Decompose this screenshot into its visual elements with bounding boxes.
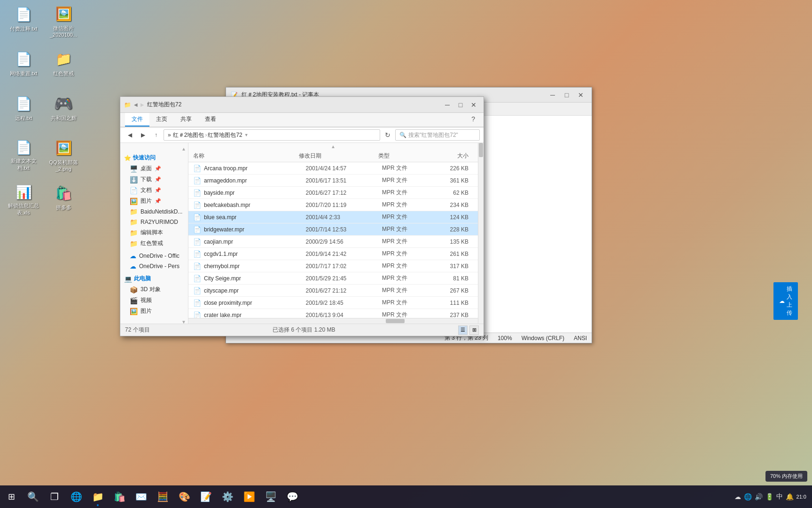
sidebar-quick-access-header[interactable]: ⭐ 快速访问	[120, 152, 188, 163]
file-row[interactable]: 📄 caojian.mpr 2000/2/9 14:56 MPR 文件 135 …	[188, 236, 478, 248]
file-size-9: 81 KB	[433, 275, 473, 282]
explorer-maximize-button[interactable]: □	[454, 100, 467, 110]
taskbar-store[interactable]: 🛍️	[109, 486, 130, 507]
taskbar-time[interactable]: 21:0	[796, 494, 806, 500]
notepad-minimize-button[interactable]: ─	[547, 90, 559, 100]
sidebar-scroll-up[interactable]: ▲	[120, 145, 188, 152]
nav-up-button[interactable]: ↑	[150, 129, 162, 141]
refresh-button[interactable]: ↻	[382, 129, 393, 141]
breadcrumb-folder2[interactable]: 红警地图包72	[208, 131, 242, 139]
sidebar-item-videos[interactable]: 🎬 视频	[120, 295, 188, 306]
file-row[interactable]: 📄 City Seige.mpr 2001/5/29 21:45 MPR 文件 …	[188, 272, 478, 285]
vertical-scrollbar[interactable]	[478, 143, 484, 324]
sidebar-item-desktop[interactable]: 🖥️ 桌面 📌	[120, 163, 188, 174]
sidebar-item-baidu[interactable]: 📁 BaiduNetdiskD...	[120, 206, 188, 217]
taskbar-paint[interactable]: 🎨	[174, 486, 195, 507]
file-row[interactable]: 📄 chernybol.mpr 2001/7/17 17:02 MPR 文件 3…	[188, 260, 478, 272]
taskbar-notify-icon[interactable]: 🔔	[786, 493, 794, 500]
explorer-title-controls: ─ □ ✕	[441, 100, 480, 110]
tab-home[interactable]: 主页	[149, 113, 174, 127]
tab-share[interactable]: 共享	[174, 113, 198, 127]
explorer-close-button[interactable]: ✕	[468, 100, 480, 110]
col-type-header[interactable]: 类型	[378, 152, 431, 160]
taskbar-explorer[interactable]: 📁	[87, 486, 108, 507]
search-box[interactable]: 🔍 搜索"红警地图包72"	[395, 129, 480, 141]
taskbar-settings[interactable]: ⚙️	[217, 486, 238, 507]
taskbar-mail[interactable]: ✉️	[131, 486, 151, 507]
start-button[interactable]: ⊞	[0, 485, 23, 508]
file-icon-11: 📄	[193, 299, 201, 307]
desktop-icon-republic[interactable]: 🎮 共和国之辉	[45, 94, 82, 127]
taskbar-network-icon[interactable]: 🌐	[744, 493, 752, 500]
taskbar-edge[interactable]: 🌐	[66, 486, 86, 507]
sidebar-item-onedrive-pers[interactable]: ☁ OneDrive - Pers	[120, 261, 188, 271]
nav-forward-button[interactable]: ▶	[137, 129, 148, 141]
file-row[interactable]: 📄 blue sea.mpr 2001/4/4 2:33 MPR 文件 124 …	[188, 211, 478, 223]
sidebar-item-pics[interactable]: 🖼️ 图片	[120, 306, 188, 317]
desktop-icon-game2[interactable]: 🛍️ 拼多多	[45, 183, 82, 216]
sidebar-item-docs[interactable]: 📄 文档 📌	[120, 185, 188, 196]
explorer-minimize-button[interactable]: ─	[441, 100, 453, 110]
file-row[interactable]: 📄 beefcakebash.mpr 2001/7/20 11:19 MPR 文…	[188, 199, 478, 211]
sidebar-item-pictures[interactable]: 🖼️ 图片 📌	[120, 196, 188, 206]
desktop-icon-map[interactable]: 📁 红色警戒	[45, 49, 82, 82]
file-row[interactable]: 📄 crater lake.mpr 2001/6/13 9:04 MPR 文件 …	[188, 309, 478, 318]
col-size-header[interactable]: 大小	[431, 152, 473, 160]
notepad-close-button[interactable]: ✕	[575, 90, 587, 100]
sidebar-item-redwar[interactable]: 📁 红色警戒	[120, 238, 188, 249]
ribbon-help-icon[interactable]: ?	[468, 113, 479, 127]
desktop-icon-remote[interactable]: 📄 远程.txt	[5, 94, 42, 127]
address-path[interactable]: » 红＃2地图包 › 红警地图包72 ▼	[164, 129, 380, 141]
file-row[interactable]: 📄 cityscape.mpr 2001/6/27 21:12 MPR 文件 2…	[188, 285, 478, 297]
sidebar-item-onedrive-office[interactable]: ☁ OneDrive - Offic	[120, 251, 188, 261]
file-row[interactable]: 📄 close proximity.mpr 2001/9/2 18:45 MPR…	[188, 297, 478, 309]
nav-back-button[interactable]: ◀	[124, 129, 135, 141]
taskbar-media[interactable]: ▶️	[239, 486, 259, 507]
tab-file[interactable]: 文件	[125, 113, 149, 127]
sidebar-item-downloads[interactable]: ⬇️ 下载 📌	[120, 174, 188, 185]
breadcrumb-dropdown[interactable]: ▼	[244, 133, 249, 137]
sidebar-scroll-down[interactable]: ▼	[120, 318, 188, 324]
col-date-header[interactable]: 修改日期	[299, 152, 378, 160]
col-name-header[interactable]: 名称	[193, 152, 299, 160]
cloud-upload-button[interactable]: ☁ 插入上传	[773, 282, 798, 320]
taskbar-notepad[interactable]: 📝	[195, 486, 216, 507]
taskbar-search[interactable]: 🔍	[23, 486, 43, 507]
taskbar-input-icon[interactable]: 中	[776, 492, 783, 501]
map-label: 红色警戒	[53, 70, 74, 77]
file-row[interactable]: 📄 Arcana troop.mpr 2001/4/24 14:57 MPR 文…	[188, 162, 478, 175]
file-list-scroll-up[interactable]: ▲	[188, 143, 478, 150]
horizontal-scrollbar[interactable]	[188, 318, 478, 324]
file-row[interactable]: 📄 bayside.mpr 2001/6/27 17:12 MPR 文件 62 …	[188, 187, 478, 199]
notepad-maximize-button[interactable]: □	[561, 90, 573, 100]
calc-icon: 🧮	[157, 491, 169, 502]
sidebar-desktop-label: 桌面	[141, 165, 152, 173]
pc-icon: 💻	[124, 275, 132, 283]
taskbar-calculator[interactable]: 🧮	[152, 486, 173, 507]
file-size-6: 135 KB	[433, 238, 473, 245]
desktop-icon-qq[interactable]: 🖼️ QQ装机部落_2.png	[45, 139, 82, 172]
taskbar-volume-icon[interactable]: 🔊	[755, 493, 763, 500]
tab-view[interactable]: 查看	[198, 113, 223, 127]
grid-view-button[interactable]: ⊞	[469, 325, 479, 335]
taskbar-cloud-icon[interactable]: ☁	[734, 493, 741, 500]
desktop-icon-doc1[interactable]: 📄 付费注释.txt	[5, 5, 42, 38]
notepad-taskbar-icon: 📝	[200, 491, 212, 502]
file-row[interactable]: 📄 bridgewater.mpr 2001/7/14 12:53 MPR 文件…	[188, 223, 478, 236]
desktop-icon-excel[interactable]: 📊 解锁信息汇总表.xls	[5, 183, 42, 216]
desktop-icon-img[interactable]: 🖼️ 微信图片_2020100...	[45, 5, 82, 38]
sidebar-item-3d[interactable]: 📦 3D 对象	[120, 284, 188, 295]
taskbar-taskview[interactable]: ❐	[44, 486, 65, 507]
file-row[interactable]: 📄 ccgdv1.1.mpr 2001/9/14 21:42 MPR 文件 26…	[188, 248, 478, 260]
desktop-icon-net[interactable]: 📄 网络重置.txt	[5, 49, 42, 82]
taskbar-extra1[interactable]: 🖥️	[260, 486, 281, 507]
taskbar-battery-icon[interactable]: 🔋	[765, 493, 773, 500]
breadcrumb-folder1[interactable]: 红＃2地图包	[173, 131, 204, 139]
list-view-button[interactable]: ☰	[458, 325, 468, 335]
file-row[interactable]: 📄 armageddon.mpr 2001/6/17 13:51 MPR 文件 …	[188, 175, 478, 187]
sidebar-item-ra2mod[interactable]: 📁 RA2YURIMOD	[120, 217, 188, 227]
sidebar-item-scripts[interactable]: 📁 编辑脚本	[120, 227, 188, 238]
desktop-icon-new[interactable]: 📄 新建文本文档.txt	[5, 139, 42, 172]
sidebar-pc-header[interactable]: 💻 此电脑	[120, 273, 188, 284]
taskbar-extra2[interactable]: 💬	[282, 486, 303, 507]
